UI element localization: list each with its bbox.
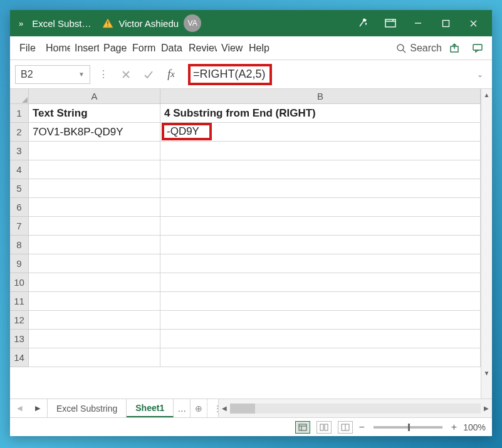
scroll-thumb[interactable]	[230, 404, 255, 414]
view-normal-button[interactable]	[295, 421, 310, 434]
zoom-slider[interactable]	[374, 426, 442, 429]
more-commands-icon[interactable]: »	[19, 19, 23, 28]
menu-bar: File Home Insert Page Form Data Review V…	[10, 36, 492, 60]
tab-nav[interactable]: ◀ ▶	[10, 399, 48, 417]
menu-help[interactable]: Help	[244, 39, 272, 58]
row-header[interactable]: 1	[10, 104, 29, 123]
column-header-b[interactable]: B	[160, 89, 481, 104]
cell[interactable]	[160, 254, 481, 273]
cell[interactable]	[160, 142, 481, 160]
vertical-scrollbar[interactable]: ▲ ▼	[481, 89, 492, 399]
menu-home[interactable]: Home	[41, 39, 70, 58]
scroll-right-icon[interactable]: ▶	[481, 405, 492, 412]
cancel-formula-button[interactable]	[117, 65, 135, 84]
cell-a1[interactable]: Text String	[29, 104, 160, 123]
cell[interactable]	[160, 311, 481, 330]
cell[interactable]	[29, 254, 160, 273]
cell-a2[interactable]: 7OV1-BK8P-QD9Y	[29, 123, 160, 142]
close-button[interactable]	[459, 10, 487, 36]
avatar[interactable]: VA	[184, 14, 201, 32]
share-button[interactable]	[446, 39, 464, 58]
row-header[interactable]: 8	[10, 236, 29, 254]
cell[interactable]	[160, 236, 481, 254]
zoom-level[interactable]: 100%	[463, 422, 486, 432]
cell[interactable]	[29, 348, 160, 367]
scroll-track[interactable]	[230, 404, 481, 414]
cell[interactable]	[29, 198, 160, 217]
cell[interactable]	[160, 198, 481, 217]
vertical-dots-icon[interactable]: ⋮	[94, 65, 113, 84]
zoom-in-button[interactable]: +	[451, 422, 457, 433]
zoom-handle[interactable]	[408, 424, 410, 431]
menu-file[interactable]: File	[15, 39, 41, 58]
menu-review[interactable]: Review	[184, 39, 217, 58]
cell[interactable]	[29, 236, 160, 254]
tab-menu-icon[interactable]: ⋮	[213, 399, 218, 417]
row-header[interactable]: 10	[10, 273, 29, 292]
cell-b1[interactable]: 4 Substring from End (RIGHT)	[160, 104, 481, 123]
cell[interactable]	[160, 160, 481, 179]
autosave-warning-icon[interactable]	[102, 18, 113, 28]
view-page-break-button[interactable]	[338, 421, 353, 434]
sheet-tab-more[interactable]: …	[174, 399, 191, 417]
ribbon-display-icon[interactable]	[377, 10, 404, 36]
expand-formula-bar-icon[interactable]: ⌄	[473, 70, 487, 79]
formula-input[interactable]: =RIGHT(A2,5)	[184, 64, 469, 85]
row-header[interactable]: 4	[10, 160, 29, 179]
tab-prev-icon[interactable]: ◀	[17, 404, 22, 412]
row-header[interactable]: 2	[10, 123, 29, 142]
add-sheet-button[interactable]: ⊕	[191, 399, 207, 417]
row-header[interactable]: 11	[10, 292, 29, 311]
sheet-tab-sheet1[interactable]: Sheet1	[127, 399, 174, 417]
cell[interactable]	[29, 142, 160, 160]
row-header[interactable]: 7	[10, 217, 29, 236]
cell[interactable]	[160, 179, 481, 198]
chevron-down-icon[interactable]: ▼	[78, 71, 85, 78]
row-header[interactable]: 13	[10, 330, 29, 348]
enter-formula-button[interactable]	[139, 65, 158, 84]
minimize-button[interactable]	[404, 10, 432, 36]
scroll-left-icon[interactable]: ◀	[219, 405, 230, 412]
cell[interactable]	[29, 330, 160, 348]
tab-next-icon[interactable]: ▶	[35, 404, 40, 412]
svg-rect-19	[325, 424, 328, 430]
view-page-layout-button[interactable]	[316, 421, 332, 434]
cell[interactable]	[160, 273, 481, 292]
cell[interactable]	[29, 217, 160, 236]
cell[interactable]	[29, 273, 160, 292]
zoom-out-button[interactable]: −	[359, 422, 365, 433]
select-all-corner[interactable]	[10, 89, 29, 104]
cell-b2[interactable]: -QD9Y	[160, 123, 481, 142]
scroll-up-icon[interactable]: ▲	[481, 89, 492, 100]
row-header[interactable]: 5	[10, 179, 29, 198]
cell[interactable]	[160, 330, 481, 348]
name-box[interactable]: B2 ▼	[15, 65, 90, 84]
cell[interactable]	[160, 292, 481, 311]
column-header-a[interactable]: A	[29, 89, 160, 104]
scroll-down-icon[interactable]: ▼	[481, 367, 492, 378]
insert-function-button[interactable]: fx	[162, 65, 180, 84]
row-header[interactable]: 6	[10, 198, 29, 217]
menu-data[interactable]: Data	[157, 39, 184, 58]
menu-formulas[interactable]: Form	[128, 39, 157, 58]
cell[interactable]	[160, 348, 481, 367]
maximize-button[interactable]	[432, 10, 459, 36]
cell[interactable]	[160, 217, 481, 236]
row-header[interactable]: 3	[10, 142, 29, 160]
cell[interactable]	[29, 179, 160, 198]
cell[interactable]	[29, 292, 160, 311]
cell[interactable]	[29, 311, 160, 330]
row-header[interactable]: 12	[10, 311, 29, 330]
row-header[interactable]: 14	[10, 348, 29, 367]
sheet-tab-excel-substring[interactable]: Excel Substring	[48, 399, 127, 417]
search-box[interactable]: Search	[396, 43, 442, 54]
menu-insert[interactable]: Insert	[70, 39, 99, 58]
menu-page-layout[interactable]: Page	[99, 39, 128, 58]
menu-view[interactable]: View	[217, 39, 244, 58]
row-header[interactable]: 9	[10, 254, 29, 273]
coming-soon-icon[interactable]	[349, 10, 377, 36]
horizontal-scrollbar[interactable]: ◀ ▶	[218, 399, 492, 417]
cell[interactable]	[29, 160, 160, 179]
user-name[interactable]: Victor Ashiedu	[118, 18, 179, 29]
comments-button[interactable]	[468, 39, 487, 58]
